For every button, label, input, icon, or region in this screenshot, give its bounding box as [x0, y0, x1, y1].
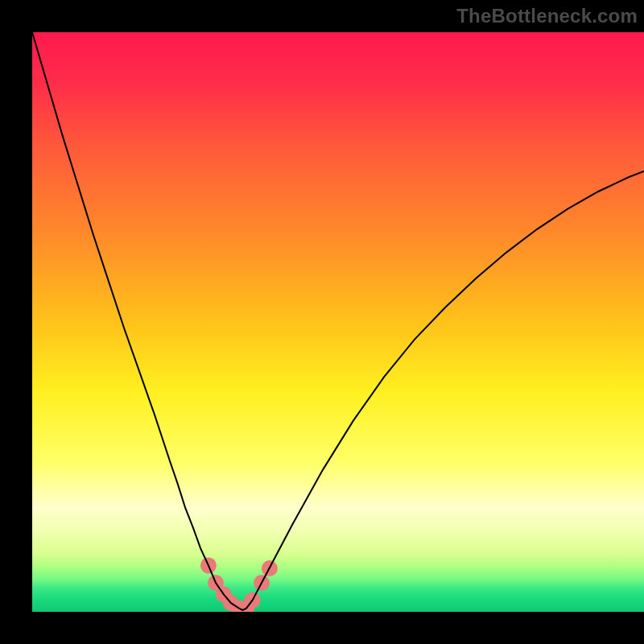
chart-frame: TheBottleneck.com — [0, 0, 644, 644]
plot-area — [32, 32, 644, 612]
gradient-bg — [32, 32, 644, 612]
chart-svg — [32, 32, 644, 612]
watermark-text: TheBottleneck.com — [456, 5, 638, 27]
